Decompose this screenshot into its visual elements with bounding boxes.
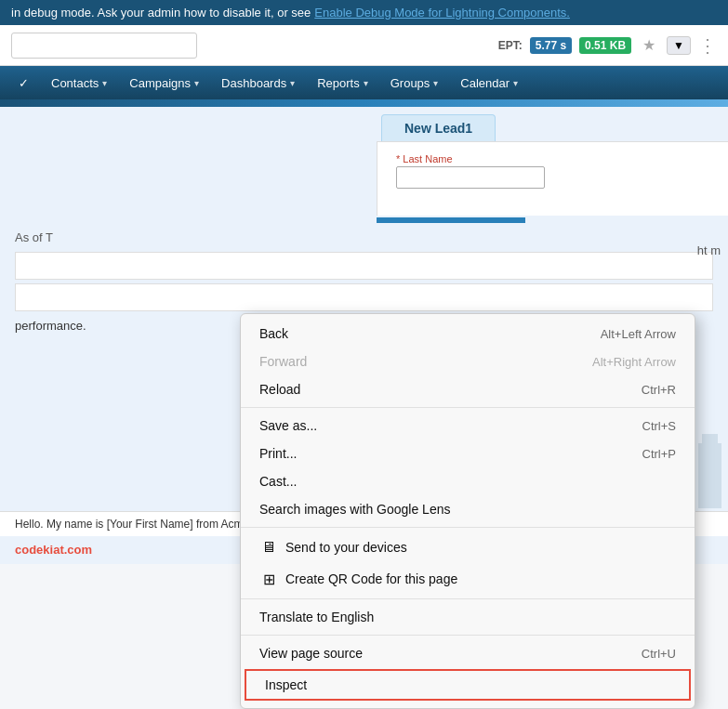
search-input[interactable] (11, 33, 197, 59)
context-menu-view-source[interactable]: View page source Ctrl+U (241, 639, 695, 667)
context-menu-inspect[interactable]: Inspect (246, 671, 689, 699)
context-menu-back[interactable]: Back Alt+Left Arrow (241, 320, 695, 348)
back-shortcut: Alt+Left Arrow (601, 327, 676, 341)
reload-label: Reload (259, 382, 300, 397)
context-menu-reload[interactable]: Reload Ctrl+R (241, 375, 695, 403)
nav-item-check[interactable]: ✓ (7, 66, 40, 99)
debug-link[interactable]: Enable Debug Mode for Lightning Componen… (314, 6, 570, 20)
context-menu-send-devices[interactable]: 🖥 Send to your devices (241, 532, 695, 563)
data-row-2 (15, 283, 713, 311)
nav-bar: ✓ Contacts ▾ Campaigns ▾ Dashboards ▾ Re… (0, 66, 728, 99)
watermark: codekiat.com (15, 543, 92, 557)
separator-3 (241, 598, 695, 599)
print-label: Print... (259, 446, 297, 461)
campaigns-chevron-icon: ▾ (194, 78, 199, 88)
ept-time-badge: 5.77 s (530, 37, 572, 54)
print-shortcut: Ctrl+P (642, 447, 676, 461)
as-of-text: As of T (0, 223, 728, 252)
groups-chevron-icon: ▾ (433, 78, 438, 88)
debug-text: in debug mode. Ask your admin how to dis… (11, 6, 311, 20)
separator-4 (241, 635, 695, 636)
dashboards-label: Dashboards (221, 76, 286, 90)
view-source-label: View page source (259, 646, 363, 661)
nav-item-calendar[interactable]: Calendar ▾ (449, 66, 529, 99)
nav-item-groups[interactable]: Groups ▾ (379, 66, 450, 99)
data-row-1 (15, 252, 713, 280)
separator-1 (241, 407, 695, 408)
search-images-label: Search images with Google Lens (259, 502, 450, 517)
view-source-shortcut: Ctrl+U (642, 647, 676, 661)
reload-shortcut: Ctrl+R (642, 383, 676, 397)
calendar-chevron-icon: ▾ (513, 78, 518, 88)
reports-chevron-icon: ▾ (364, 78, 368, 88)
ept-size-badge: 0.51 KB (579, 37, 631, 54)
context-menu-search-images[interactable]: Search images with Google Lens (241, 495, 695, 523)
context-menu-translate[interactable]: Translate to English (241, 603, 695, 631)
nav-item-campaigns[interactable]: Campaigns ▾ (118, 66, 210, 99)
save-as-label: Save as... (259, 418, 317, 433)
last-name-input[interactable] (396, 166, 545, 189)
debug-banner: in debug mode. Ask your admin how to dis… (0, 0, 728, 25)
lead-tab[interactable]: New Lead1 (381, 114, 496, 141)
calendar-label: Calendar (460, 76, 510, 90)
nav-item-dashboards[interactable]: Dashboards ▾ (210, 66, 306, 99)
page-area: New Lead1 * Last Name As of T performanc… (0, 99, 728, 564)
top-bar: EPT: 5.77 s 0.51 KB ★ ▼ ⋮ (0, 25, 728, 66)
qr-code-label: Create QR Code for this page (285, 571, 457, 586)
check-icon: ✓ (19, 76, 29, 90)
menu-dots-button[interactable]: ⋮ (698, 34, 717, 57)
lead-tab-area: New Lead1 (0, 107, 728, 141)
contacts-label: Contacts (51, 76, 99, 90)
svg-rect-9 (702, 434, 718, 443)
translate-label: Translate to English (259, 610, 374, 624)
devices-icon: 🖥 (259, 538, 278, 557)
lead-form-panel: * Last Name (377, 141, 728, 216)
as-of-label: As of T (15, 230, 53, 244)
field-label: * Last Name (396, 153, 709, 164)
save-as-shortcut: Ctrl+S (642, 419, 676, 433)
forward-label: Forward (259, 354, 307, 369)
dashboards-chevron-icon: ▾ (290, 78, 295, 88)
hello-text: Hello. My name is [Your First Name] from… (15, 518, 263, 531)
ept-label: EPT: (498, 39, 523, 52)
lead-title: New Lead1 (404, 121, 472, 136)
partial-right-text: ht m (697, 243, 721, 257)
context-menu-qr-code[interactable]: ⊞ Create QR Code for this page (241, 563, 695, 595)
star-button[interactable]: ★ (639, 34, 659, 56)
svg-rect-8 (698, 443, 721, 508)
context-menu: Back Alt+Left Arrow Forward Alt+Right Ar… (240, 313, 695, 709)
inspect-highlight-box: Inspect (245, 669, 691, 701)
forward-shortcut: Alt+Right Arrow (592, 355, 676, 369)
perf-label: performance. (15, 319, 86, 333)
qr-icon: ⊞ (259, 570, 278, 588)
inspect-label: Inspect (265, 677, 307, 692)
campaigns-label: Campaigns (129, 76, 191, 90)
context-menu-save-as[interactable]: Save as... Ctrl+S (241, 412, 695, 440)
separator-2 (241, 527, 695, 528)
context-menu-print[interactable]: Print... Ctrl+P (241, 440, 695, 467)
decorative-band (0, 99, 728, 107)
nav-item-reports[interactable]: Reports ▾ (306, 66, 379, 99)
back-label: Back (259, 326, 288, 341)
context-menu-forward[interactable]: Forward Alt+Right Arrow (241, 348, 695, 375)
dropdown-arrow-button[interactable]: ▼ (667, 36, 691, 55)
cast-label: Cast... (259, 474, 297, 489)
send-devices-label: Send to your devices (285, 540, 407, 555)
nav-item-contacts[interactable]: Contacts ▾ (40, 66, 118, 99)
context-menu-cast[interactable]: Cast... (241, 467, 695, 495)
contacts-chevron-icon: ▾ (102, 78, 107, 88)
groups-label: Groups (390, 76, 430, 90)
reports-label: Reports (317, 76, 360, 90)
